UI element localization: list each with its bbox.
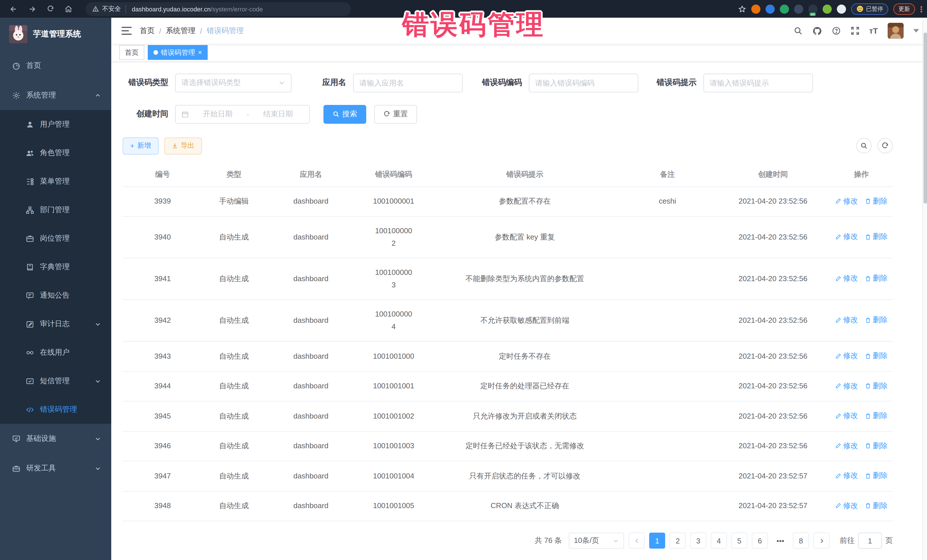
page-number-button[interactable]: 8 [793,533,809,549]
page-number-button[interactable]: 2 [670,533,686,549]
edit-link[interactable]: 修改 [835,314,858,326]
grid-extension[interactable] [794,4,803,14]
user-avatar[interactable] [887,23,904,39]
sidebar-item-dict[interactable]: 字典管理 [0,253,111,281]
fullscreen-icon[interactable] [850,26,859,35]
page-number-button[interactable]: 5 [731,533,747,549]
sidebar-item-infra[interactable]: 基础设施 [0,424,111,453]
page-number-button[interactable]: 4 [711,533,727,549]
delete-link[interactable]: 删除 [865,439,887,452]
sidebar-item-label: 角色管理 [40,148,70,158]
tab-error-code[interactable]: 错误码管理 × [148,46,208,60]
edit-link[interactable]: 修改 [835,231,858,243]
error-type-select[interactable]: 请选择错误码类型 [175,73,292,92]
delete-link[interactable]: 删除 [865,499,887,512]
edit-link[interactable]: 修改 [835,439,858,452]
orange-ring-extension[interactable] [751,4,760,14]
delete-link[interactable]: 删除 [865,314,887,326]
sidebar-item-users[interactable]: 角色管理 [0,138,111,167]
switch-on-extension[interactable]: on [808,4,818,14]
tab-home[interactable]: 首页 [119,46,144,60]
browser-back-icon[interactable] [8,3,20,15]
error-code-input[interactable] [535,78,632,87]
refresh-table-button[interactable] [877,138,893,153]
sidebar-item-notice[interactable]: 通知公告 [0,281,111,310]
sidebar-item-menu[interactable]: 菜单管理 [0,167,111,196]
sidebar-item-tree[interactable]: 部门管理 [0,196,111,224]
blue-gem-extension[interactable] [766,4,775,14]
page-number-button[interactable]: 3 [690,533,706,549]
green-check-extension[interactable] [780,4,789,14]
font-size-icon[interactable]: тT [869,26,878,35]
page-number-button[interactable]: 1 [649,533,665,549]
delete-link[interactable]: 删除 [865,349,887,362]
header-search-icon[interactable] [793,26,802,35]
add-button[interactable]: + 新增 [123,137,158,154]
table-row: 3945 自动生成 dashboard 1001001002 只允许修改为开启或… [123,401,893,431]
url-path[interactable]: /system/error-code [211,5,263,12]
bookmark-star-icon[interactable] [738,5,746,13]
sidebar-item-gear[interactable]: 系统管理 [0,80,111,110]
prev-page-button[interactable] [629,533,644,549]
tab-close-icon[interactable]: × [198,49,202,56]
col-type: 类型 [202,162,265,187]
page-number-button[interactable]: 6 [752,533,768,549]
browser-menu-icon[interactable]: ••• [920,5,922,12]
browser-forward-icon[interactable] [26,3,38,15]
delete-link[interactable]: 删除 [865,195,887,207]
delete-link[interactable]: 删除 [865,272,887,285]
filter-label: 应用名 [318,77,353,88]
sidebar-item-sms[interactable]: 短信管理 [0,367,111,395]
next-page-button[interactable] [813,533,830,549]
error-hint-input[interactable] [710,78,807,87]
scrollbar-thumb[interactable] [924,32,927,203]
goto-page-input[interactable] [858,533,882,549]
edit-link[interactable]: 修改 [835,499,858,512]
sidebar-item-post[interactable]: 岗位管理 [0,224,111,253]
help-icon[interactable] [831,26,840,35]
browser-update-button[interactable]: 更新 [894,3,915,15]
sidebar-item-online[interactable]: 在线用户 [0,338,111,367]
not-secure-label[interactable]: 不安全 [102,5,121,13]
edit-link[interactable]: 修改 [835,410,858,422]
reset-button[interactable]: 重置 [374,105,417,123]
export-button[interactable]: 导出 [164,137,202,154]
sidebar-item-log[interactable]: 审计日志 [0,310,111,338]
delete-link[interactable]: 删除 [865,379,887,392]
edit-link[interactable]: 修改 [835,469,858,482]
green-key-extension[interactable] [823,4,832,14]
sidebar-item-tool[interactable]: 研发工具 [0,453,111,483]
sidebar-item-user[interactable]: 用户管理 [0,110,111,138]
delete-link[interactable]: 删除 [865,410,887,422]
puzzle-extensions-menu[interactable] [837,4,846,14]
date-range-picker[interactable]: 开始日期 - 结束日期 [175,105,310,123]
sidebar-item-label: 错误码管理 [40,404,77,414]
app-logo-row[interactable]: 芋道管理系统 [0,18,111,51]
hamburger-icon[interactable] [122,27,132,35]
edit-link[interactable]: 修改 [835,379,858,392]
delete-link[interactable]: 删除 [865,231,887,243]
page-size-select[interactable]: 10条/页 [569,533,624,549]
github-icon[interactable] [812,26,822,36]
sidebar-item-dashboard[interactable]: 首页 [0,51,111,80]
toggle-search-button[interactable] [856,138,872,153]
edit-link[interactable]: 修改 [835,272,858,285]
address-bar[interactable]: 不安全 dashboard.yudao.iocoder.cn/system/er… [85,2,351,16]
app-name-input[interactable] [359,78,456,87]
sidebar-item-label: 审计日志 [40,319,70,329]
edit-link[interactable]: 修改 [835,195,858,207]
avatar-caret-down-icon[interactable] [913,29,919,32]
breadcrumb-system[interactable]: 系统管理 [166,26,195,36]
sidebar-item-code[interactable]: 错误码管理 [0,395,111,424]
delete-link[interactable]: 删除 [865,469,887,482]
breadcrumb-home[interactable]: 首页 [140,26,155,36]
edit-link[interactable]: 修改 [835,349,858,362]
url-host[interactable]: dashboard.yudao.iocoder.cn [132,5,211,12]
browser-reload-icon[interactable] [44,3,56,15]
page-number-button[interactable]: ••• [772,533,789,549]
browser-scrollbar[interactable] [922,18,927,560]
extension-paused-pill[interactable]: 已暂停 [851,3,888,15]
sidebar-item-label: 首页 [26,61,41,71]
search-button[interactable]: 搜索 [324,105,366,123]
browser-home-icon[interactable] [62,3,75,15]
